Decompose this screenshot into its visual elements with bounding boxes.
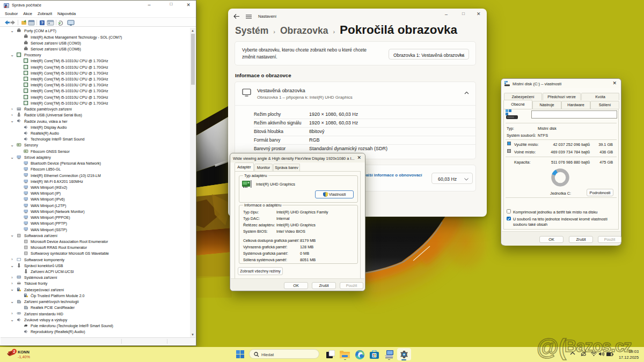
svg-text:2: 2: [13, 350, 16, 353]
svg-text:?: ?: [41, 20, 43, 25]
